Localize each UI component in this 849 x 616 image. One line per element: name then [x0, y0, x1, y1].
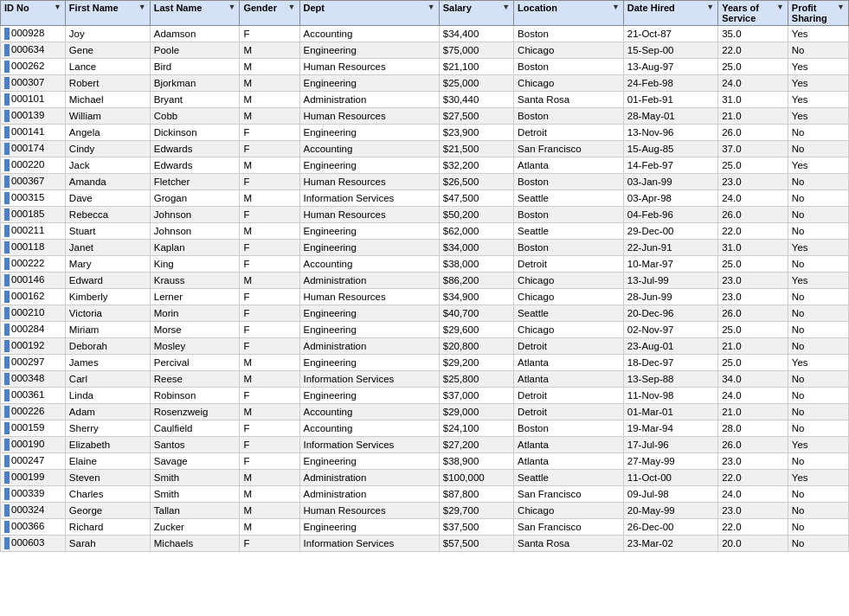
table-row[interactable]: 000118JanetKaplanFEngineering$34,000Bost… [1, 240, 849, 256]
table-row[interactable]: 000928JoyAdamsonFAccounting$34,400Boston… [1, 26, 849, 42]
cell-profit: No [788, 388, 848, 404]
cell-location: Santa Rosa [514, 92, 624, 108]
column-header-location: Location▼ [514, 1, 624, 26]
sort-icon-location[interactable]: ▼ [612, 3, 620, 11]
cell-fname: Edward [65, 273, 150, 289]
cell-id: 000634 [1, 42, 66, 59]
cell-fname: Angela [65, 125, 150, 141]
table-row[interactable]: 000190ElizabethSantosFInformation Servic… [1, 437, 849, 453]
sort-icon-gender[interactable]: ▼ [288, 3, 296, 11]
table-header-row: ID No▼First Name▼Last Name▼Gender▼Dept▼S… [1, 1, 849, 26]
sort-icon-lname[interactable]: ▼ [228, 3, 235, 11]
table-row[interactable]: 000174CindyEdwardsFAccounting$21,500San … [1, 141, 849, 157]
table-row[interactable]: 000211StuartJohnsonMEngineering$62,000Se… [1, 223, 849, 240]
table-row[interactable]: 000141AngelaDickinsonFEngineering$23,900… [1, 125, 849, 141]
cell-fname: Elaine [65, 453, 150, 470]
table-row[interactable]: 000284MiriamMorseFEngineering$29,600Chic… [1, 322, 849, 338]
table-row[interactable]: 000192DeborahMosleyFAdministration$20,80… [1, 338, 849, 355]
cell-salary: $100,000 [439, 470, 513, 486]
cell-salary: $75,000 [439, 42, 513, 59]
table-row[interactable]: 000366RichardZuckerMEngineering$37,500Sa… [1, 519, 849, 536]
sort-icon-profit[interactable]: ▼ [837, 3, 845, 11]
cell-salary: $34,900 [439, 289, 513, 305]
cell-id: 000361 [1, 388, 66, 404]
cell-profit: No [788, 289, 848, 305]
cell-lname: Savage [150, 453, 240, 470]
cell-datehired: 13-Sep-88 [623, 371, 717, 388]
cell-dept: Engineering [299, 322, 439, 338]
cell-id: 000118 [1, 240, 66, 256]
cell-gender: M [240, 273, 299, 289]
row-indicator [4, 389, 10, 401]
cell-datehired: 20-May-99 [623, 503, 717, 519]
table-row[interactable]: 000199StevenSmithMAdministration$100,000… [1, 470, 849, 486]
cell-dept: Engineering [299, 125, 439, 141]
cell-id: 000146 [1, 273, 66, 289]
cell-gender: M [240, 486, 299, 503]
table-row[interactable]: 000367AmandaFletcherFHuman Resources$26,… [1, 174, 849, 190]
table-row[interactable]: 000139WilliamCobbMHuman Resources$27,500… [1, 108, 849, 125]
table-row[interactable]: 000247ElaineSavageFEngineering$38,900Atl… [1, 453, 849, 470]
cell-lname: Adamson [150, 26, 240, 42]
table-row[interactable]: 000307RobertBjorkmanMEngineering$25,000C… [1, 75, 849, 92]
table-row[interactable]: 000226AdamRosenzweigMAccounting$29,000De… [1, 404, 849, 420]
row-indicator [4, 28, 10, 40]
table-row[interactable]: 000634GenePooleMEngineering$75,000Chicag… [1, 42, 849, 59]
sort-icon-salary[interactable]: ▼ [502, 3, 510, 11]
cell-lname: Lerner [150, 289, 240, 305]
sort-icon-datehired[interactable]: ▼ [706, 3, 714, 11]
cell-dept: Human Resources [299, 207, 439, 223]
column-label-gender: Gender [243, 3, 277, 13]
table-row[interactable]: 000315DaveGroganMInformation Services$47… [1, 190, 849, 207]
cell-profit: No [788, 486, 848, 503]
table-row[interactable]: 000262LanceBirdMHuman Resources$21,100Bo… [1, 59, 849, 75]
table-row[interactable]: 000185RebeccaJohnsonFHuman Resources$50,… [1, 207, 849, 223]
table-row[interactable]: 000339CharlesSmithMAdministration$87,800… [1, 486, 849, 503]
sort-icon-dept[interactable]: ▼ [428, 3, 435, 11]
table-row[interactable]: 000222MaryKingFAccounting$38,000Detroit1… [1, 256, 849, 273]
cell-salary: $25,800 [439, 371, 513, 388]
cell-profit: No [788, 174, 848, 190]
table-row[interactable]: 000348CarlReeseMInformation Services$25,… [1, 371, 849, 388]
table-row[interactable]: 000297JamesPercivalMEngineering$29,200At… [1, 355, 849, 371]
cell-dept: Human Resources [299, 174, 439, 190]
cell-years: 23.0 [718, 503, 788, 519]
cell-profit: No [788, 371, 848, 388]
cell-lname: Reese [150, 371, 240, 388]
table-row[interactable]: 000210VictoriaMorinFEngineering$40,700Se… [1, 305, 849, 322]
table-row[interactable]: 000220JackEdwardsMEngineering$32,200Atla… [1, 157, 849, 174]
column-label-lname: Last Name [154, 3, 203, 13]
cell-id: 000367 [1, 174, 66, 190]
cell-location: Detroit [514, 338, 624, 355]
cell-datehired: 03-Apr-98 [623, 190, 717, 207]
table-row[interactable]: 000603SarahMichaelsFInformation Services… [1, 536, 849, 552]
row-indicator [4, 241, 10, 253]
cell-id: 000262 [1, 59, 66, 75]
column-label-salary: Salary [443, 3, 472, 13]
column-header-gender: Gender▼ [240, 1, 299, 26]
sort-icon-fname[interactable]: ▼ [138, 3, 146, 11]
row-indicator [4, 340, 10, 352]
cell-profit: Yes [788, 470, 848, 486]
table-row[interactable]: 000159SherryCaulfieldFAccounting$24,100B… [1, 420, 849, 437]
table-row[interactable]: 000146EdwardKraussMAdministration$86,200… [1, 273, 849, 289]
row-indicator [4, 176, 10, 188]
cell-datehired: 09-Jul-98 [623, 486, 717, 503]
cell-fname: Amanda [65, 174, 150, 190]
cell-lname: Kaplan [150, 240, 240, 256]
sort-icon-id[interactable]: ▼ [54, 3, 61, 11]
cell-fname: Gene [65, 42, 150, 59]
cell-years: 20.0 [718, 536, 788, 552]
table-row[interactable]: 000101MichaelBryantMAdministration$30,44… [1, 92, 849, 108]
cell-fname: Richard [65, 519, 150, 536]
table-row[interactable]: 000162KimberlyLernerFHuman Resources$34,… [1, 289, 849, 305]
cell-id: 000211 [1, 223, 66, 240]
table-row[interactable]: 000361LindaRobinsonFEngineering$37,000De… [1, 388, 849, 404]
cell-datehired: 02-Nov-97 [623, 322, 717, 338]
cell-years: 21.0 [718, 404, 788, 420]
sort-icon-years[interactable]: ▼ [776, 3, 784, 11]
cell-years: 22.0 [718, 223, 788, 240]
table-row[interactable]: 000324GeorgeTallanMHuman Resources$29,70… [1, 503, 849, 519]
cell-years: 24.0 [718, 75, 788, 92]
cell-lname: Grogan [150, 190, 240, 207]
